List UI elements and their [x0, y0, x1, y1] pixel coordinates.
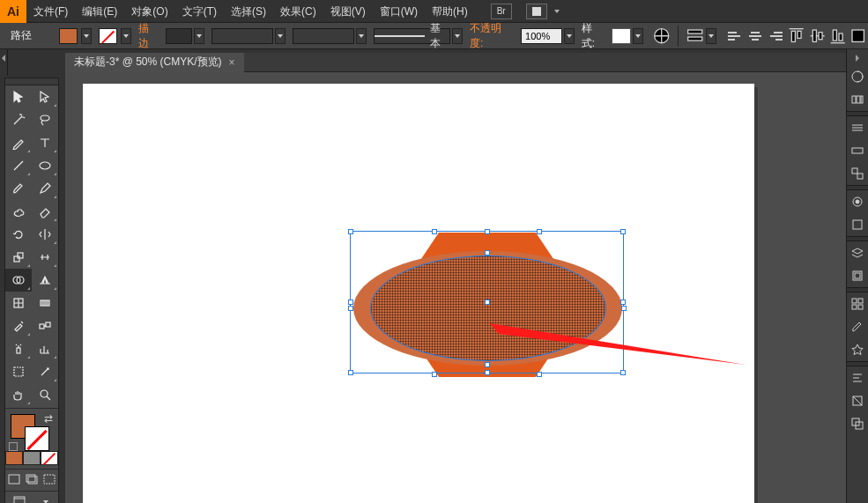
stroke-color-box[interactable]: [25, 426, 49, 451]
anchor-handle[interactable]: [485, 250, 490, 255]
line-tool[interactable]: [5, 154, 32, 177]
perspective-grid-tool[interactable]: [32, 269, 58, 292]
align-left-button[interactable]: [725, 27, 744, 45]
bbox-handle-se[interactable]: [620, 370, 626, 375]
draw-behind-button[interactable]: [26, 474, 38, 487]
artboards-panel-icon[interactable]: [847, 264, 868, 287]
mesh-tool[interactable]: [5, 292, 32, 314]
bbox-handle-sw[interactable]: [348, 370, 353, 375]
workspace-layout-button[interactable]: [526, 4, 547, 19]
tools-panel-grip[interactable]: [5, 78, 58, 85]
reflect-tool[interactable]: [32, 223, 58, 246]
bbox-handle-e[interactable]: [620, 300, 626, 305]
color-guide-panel-icon[interactable]: [847, 88, 868, 111]
stroke-dash-dropdown[interactable]: [356, 28, 367, 44]
symbol-sprayer-tool[interactable]: [5, 337, 32, 360]
anchor-handle[interactable]: [621, 306, 627, 311]
width-tool[interactable]: [32, 246, 58, 269]
align-right-button[interactable]: [767, 27, 785, 45]
color-panel-icon[interactable]: [847, 65, 868, 88]
menu-file[interactable]: 文件(F): [26, 0, 75, 23]
graphic-styles-panel-icon[interactable]: [847, 213, 868, 236]
draw-inside-button[interactable]: [43, 474, 56, 487]
blend-tool[interactable]: [32, 314, 58, 337]
fill-stroke-control[interactable]: ⇄: [5, 411, 58, 451]
default-fill-stroke-icon[interactable]: [9, 442, 18, 451]
menu-select[interactable]: 选择(S): [224, 0, 273, 23]
color-mode-none[interactable]: [41, 451, 58, 465]
menu-type[interactable]: 文字(T): [175, 0, 224, 23]
bbox-handle-ne[interactable]: [620, 229, 626, 234]
stroke-dash-field[interactable]: [293, 28, 354, 44]
pen-tool[interactable]: [5, 131, 32, 154]
graphic-style-dropdown[interactable]: [633, 28, 643, 44]
layers-panel-icon[interactable]: [847, 241, 868, 264]
bbox-handle-nw[interactable]: [348, 229, 353, 234]
align-bottom-button[interactable]: [828, 27, 847, 45]
pencil-tool[interactable]: [32, 177, 58, 200]
draw-normal-button[interactable]: [8, 474, 20, 487]
scale-tool[interactable]: [5, 246, 32, 269]
bbox-handle-n[interactable]: [485, 229, 490, 234]
direct-selection-tool[interactable]: [32, 85, 58, 108]
document-viewport[interactable]: [65, 72, 846, 503]
swatches-panel-icon[interactable]: [847, 292, 868, 315]
swap-fill-stroke-icon[interactable]: ⇄: [44, 412, 53, 425]
menu-effect[interactable]: 效果(C): [273, 0, 323, 23]
shape-builder-tool[interactable]: [5, 269, 32, 292]
close-icon[interactable]: ×: [229, 56, 235, 69]
menu-help[interactable]: 帮助(H): [425, 0, 475, 23]
stroke-profile-dropdown[interactable]: [275, 28, 286, 44]
left-dock-handle[interactable]: [0, 49, 8, 76]
paintbrush-tool[interactable]: [5, 177, 32, 200]
ellipse-tool[interactable]: [32, 154, 58, 177]
bbox-handle-w[interactable]: [348, 300, 353, 305]
stroke-label[interactable]: 描边: [133, 21, 164, 51]
recolor-artwork-button[interactable]: [652, 27, 671, 45]
fill-swatch[interactable]: [59, 28, 78, 44]
stroke-swatch[interactable]: [99, 28, 117, 44]
zoom-tool[interactable]: [32, 383, 58, 406]
anchor-handle[interactable]: [432, 372, 437, 377]
align-top-button[interactable]: [787, 27, 805, 45]
color-mode-solid[interactable]: [5, 451, 23, 465]
bbox-handle-s[interactable]: [485, 370, 490, 375]
lasso-tool[interactable]: [32, 108, 58, 131]
magic-wand-tool[interactable]: [5, 108, 32, 131]
bbox-center[interactable]: [485, 300, 490, 305]
fill-dropdown[interactable]: [81, 28, 92, 44]
menu-window[interactable]: 窗口(W): [373, 0, 425, 23]
anchor-handle[interactable]: [432, 229, 437, 234]
bridge-button[interactable]: Br: [491, 4, 512, 19]
slice-tool[interactable]: [32, 360, 58, 383]
blob-brush-tool[interactable]: [5, 200, 32, 223]
column-graph-tool[interactable]: [32, 337, 58, 360]
gradient-tool[interactable]: [32, 292, 58, 314]
screen-mode-button[interactable]: [13, 496, 26, 504]
anchor-handle[interactable]: [537, 229, 542, 234]
selection-tool[interactable]: [5, 85, 32, 108]
graphic-style-swatch[interactable]: [612, 28, 630, 44]
transform-panel-icon[interactable]: [847, 389, 868, 412]
hand-tool[interactable]: [5, 383, 32, 406]
transform-panel-button[interactable]: [849, 27, 867, 45]
gradient-panel-icon[interactable]: [847, 139, 868, 162]
transparency-panel-icon[interactable]: [847, 162, 868, 185]
anchor-handle[interactable]: [348, 306, 353, 311]
type-tool[interactable]: [32, 131, 58, 154]
symbols-panel-icon[interactable]: [847, 338, 868, 361]
opacity-label[interactable]: 不透明度:: [464, 21, 519, 51]
menu-view[interactable]: 视图(V): [323, 0, 373, 23]
stroke-panel-icon[interactable]: [847, 116, 868, 139]
align-hcenter-button[interactable]: [746, 27, 764, 45]
brush-definition[interactable]: 基本: [374, 28, 451, 44]
appearance-panel-icon[interactable]: [847, 190, 868, 213]
stroke-swatch-dropdown[interactable]: [121, 28, 131, 44]
dock-expand-icon[interactable]: [856, 55, 859, 62]
anchor-handle[interactable]: [537, 372, 542, 377]
opacity-dropdown[interactable]: [564, 28, 575, 44]
align-panel-button[interactable]: [686, 27, 704, 45]
stroke-profile-field[interactable]: [211, 28, 273, 44]
opacity-field[interactable]: 100%: [521, 28, 562, 44]
eyedropper-tool[interactable]: [5, 314, 32, 337]
